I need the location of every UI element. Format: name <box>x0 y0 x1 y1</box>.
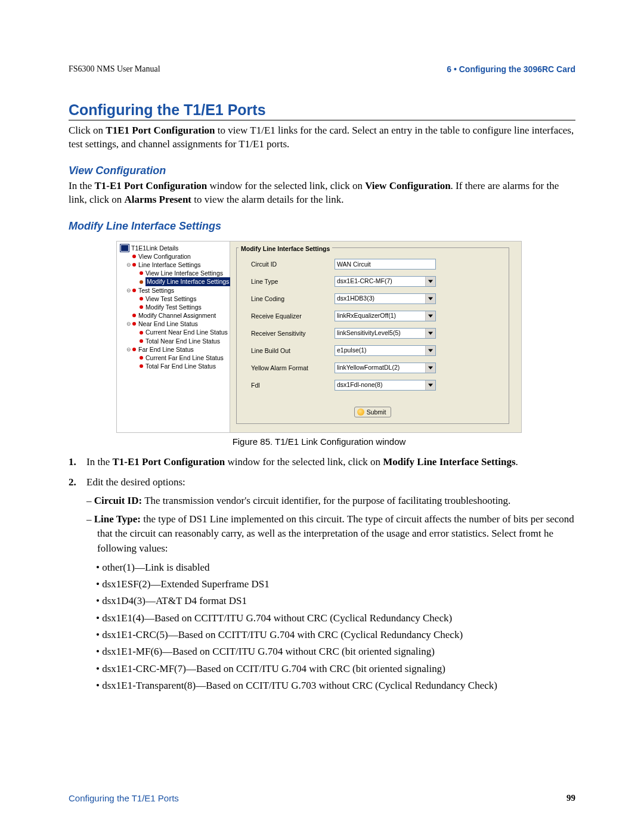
figure-caption: Figure 85. T1/E1 Link Configuration wind… <box>116 436 522 447</box>
field-label: Line Coding <box>251 295 335 302</box>
form-row: Line Typedsx1E1-CRC-MF(7) <box>251 276 494 287</box>
dash-item: Circuit ID: The transmission vendor's ci… <box>86 494 575 509</box>
field-label: Line Type <box>251 278 335 285</box>
select-value: dsx1Fdl-none(8) <box>335 380 425 390</box>
header-right: 6 • Configuring the 3096RC Card <box>447 64 575 74</box>
tree-root[interactable]: T1E1Link Details <box>120 244 227 252</box>
field-label: Circuit ID <box>251 261 335 268</box>
tree-item-label: Current Near End Line Status <box>145 328 228 336</box>
field-label: Receive Equalizer <box>251 312 335 320</box>
form-panel: Modify Line Interface Settings Circuit I… <box>230 241 521 432</box>
chevron-down-icon[interactable] <box>425 277 435 286</box>
step-2: 2. Edit the desired options: Circuit ID:… <box>69 475 575 695</box>
chevron-down-icon[interactable] <box>425 363 435 373</box>
tree-toggle-icon[interactable]: ⊖ <box>126 320 131 327</box>
tree-item-label: Modify Line Interface Settings <box>145 277 230 286</box>
tree-bullet-icon <box>140 356 143 360</box>
tree-item[interactable]: ⊖Near End Line Status <box>120 320 227 328</box>
select-value: linkSensitivityLevel5(5) <box>335 329 425 338</box>
form-row: Yellow Alarm FormatlinkYellowFormatDL(2) <box>251 363 494 373</box>
select-dropdown[interactable]: linkRxEqualizerOff(1) <box>335 311 436 321</box>
text-input[interactable] <box>335 259 436 270</box>
submit-icon <box>357 408 364 416</box>
select-value: linkYellowFormatDL(2) <box>335 363 425 373</box>
tree-toggle-icon[interactable]: ⊖ <box>126 287 131 294</box>
tree-item[interactable]: Modify Channel Assignment <box>120 311 227 320</box>
page-footer: Configuring the T1/E1 Ports 99 <box>69 793 575 803</box>
field-label: Receiver Sensitivity <box>251 330 335 337</box>
tree-item[interactable]: Modify Line Interface Settings <box>120 277 227 286</box>
figure-85: T1E1Link Details View Configuration⊖Line… <box>116 241 575 447</box>
tree-bullet-icon <box>132 314 136 317</box>
chevron-down-icon[interactable] <box>425 294 435 304</box>
modify-heading: Modify Line Interface Settings <box>69 220 575 233</box>
tree-bullet-icon <box>140 297 143 301</box>
bullet-item: dsx1E1-MF(6)—Based on CCIT/ITU G.704 wit… <box>96 644 575 659</box>
form-row: Line Build Oute1pulse(1) <box>251 345 494 356</box>
bullet-list: other(1)—Link is disableddsx1ESF(2)—Exte… <box>96 560 575 694</box>
tree-item[interactable]: Total Far End Line Status <box>120 362 227 370</box>
tree-item-label: Modify Channel Assignment <box>138 311 216 320</box>
tree-item-label: Test Settings <box>138 286 174 295</box>
footer-left: Configuring the T1/E1 Ports <box>69 793 179 803</box>
form-row: Receive EqualizerlinkRxEqualizerOff(1) <box>251 311 494 321</box>
chevron-down-icon[interactable] <box>425 346 435 355</box>
select-dropdown[interactable]: dsx1Fdl-none(8) <box>335 380 436 391</box>
tree-item[interactable]: Total Near End Line Status <box>120 337 227 345</box>
tree-item[interactable]: View Test Settings <box>120 295 227 303</box>
form-row: Circuit ID <box>251 259 494 270</box>
tree-item[interactable]: View Line Interface Settings <box>120 269 227 277</box>
fieldset-legend: Modify Line Interface Settings <box>239 245 332 252</box>
bullet-item: dsx1ESF(2)—Extended Superframe DS1 <box>96 577 575 592</box>
view-config-paragraph: In the T1-E1 Port Configuration window f… <box>69 179 575 207</box>
section-title: Configuring the T1/E1 Ports <box>69 101 575 119</box>
select-dropdown[interactable]: e1pulse(1) <box>335 345 436 356</box>
select-dropdown[interactable]: dsx1E1-CRC-MF(7) <box>335 276 436 287</box>
nav-tree[interactable]: T1E1Link Details View Configuration⊖Line… <box>117 241 230 432</box>
tree-bullet-icon <box>132 322 136 326</box>
bullet-item: dsx1E1-Transparent(8)—Based on CCIT/ITU … <box>96 678 575 693</box>
tree-item-label: Total Far End Line Status <box>145 362 216 370</box>
chevron-down-icon[interactable] <box>425 380 435 390</box>
field-label: Fdl <box>251 382 335 389</box>
page-header: FS6300 NMS User Manual 6 • Configuring t… <box>69 64 575 74</box>
dash-list: Circuit ID: The transmission vendor's ci… <box>86 494 575 693</box>
select-dropdown[interactable]: dsx1HDB3(3) <box>335 293 436 304</box>
view-config-heading: View Configuration <box>69 165 575 177</box>
tree-item-label: View Configuration <box>138 252 191 261</box>
header-left: FS6300 NMS User Manual <box>69 64 160 74</box>
tree-toggle-icon[interactable]: ⊖ <box>126 261 131 268</box>
tree-item-label: Current Far End Line Status <box>145 354 224 362</box>
tree-item-label: Far End Line Status <box>138 345 194 354</box>
tree-item[interactable]: Modify Test Settings <box>120 303 227 311</box>
steps-list: 1. In the T1-E1 Port Configuration windo… <box>69 455 575 695</box>
tree-item-label: Line Interface Settings <box>138 261 200 269</box>
select-value: dsx1E1-CRC-MF(7) <box>335 277 425 286</box>
bullet-item: other(1)—Link is disabled <box>96 560 575 575</box>
submit-button[interactable]: Submit <box>354 407 392 417</box>
bullet-item: dsx1D4(3)—AT&T D4 format DS1 <box>96 593 575 609</box>
tree-bullet-icon <box>132 263 136 267</box>
tree-bullet-icon <box>140 280 143 284</box>
form-row: Line Codingdsx1HDB3(3) <box>251 293 494 304</box>
bullet-item: dsx1E1-CRC-MF(7)—Based on CCIT/ITU G.704… <box>96 661 575 677</box>
tree-item[interactable]: ⊖Far End Line Status <box>120 345 227 354</box>
tree-bullet-icon <box>132 255 136 258</box>
fieldset: Circuit IDLine Typedsx1E1-CRC-MF(7)Line … <box>236 247 509 424</box>
tree-item[interactable]: View Configuration <box>120 252 227 261</box>
chevron-down-icon[interactable] <box>425 329 435 338</box>
tree-item[interactable]: ⊖Test Settings <box>120 286 227 295</box>
tree-item-label: Modify Test Settings <box>145 303 202 311</box>
tree-item[interactable]: Current Near End Line Status <box>120 328 227 336</box>
select-value: e1pulse(1) <box>335 346 425 355</box>
bullet-item: dsx1E1-CRC(5)—Based on CCITT/ITU G.704 w… <box>96 627 575 643</box>
chevron-down-icon[interactable] <box>425 311 435 321</box>
tree-item[interactable]: Current Far End Line Status <box>120 354 227 362</box>
tree-item[interactable]: ⊖Line Interface Settings <box>120 261 227 269</box>
select-dropdown[interactable]: linkYellowFormatDL(2) <box>335 363 436 373</box>
field-label: Yellow Alarm Format <box>251 364 335 371</box>
tree-item-label: Near End Line Status <box>138 320 198 328</box>
select-dropdown[interactable]: linkSensitivityLevel5(5) <box>335 328 436 339</box>
tree-toggle-icon[interactable]: ⊖ <box>126 346 131 353</box>
tree-bullet-icon <box>140 271 143 275</box>
